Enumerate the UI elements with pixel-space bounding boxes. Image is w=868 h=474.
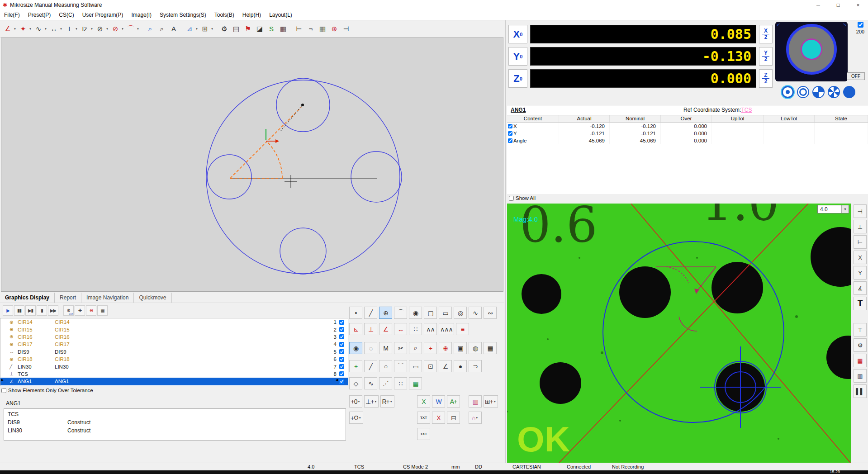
relation-profile-button[interactable]: ∧∧ — [424, 323, 437, 335]
chevron-down-icon[interactable]: ▼ — [357, 400, 360, 403]
light-mode-center-button[interactable] — [782, 86, 794, 98]
construct-line-button[interactable]: ╱ — [364, 360, 377, 372]
construct-matrix-button[interactable]: ▦ — [409, 377, 422, 389]
chevron-down-icon[interactable]: ▼ — [121, 28, 124, 30]
pause-button-button[interactable]: ▮▮ — [14, 305, 24, 316]
relation-perpendicular-button[interactable]: ⊥ — [364, 323, 377, 335]
chevron-down-icon[interactable]: ▼ — [210, 28, 214, 30]
cs-rotate-button[interactable]: R+▼ — [380, 395, 394, 408]
cs-zero-button[interactable]: +0▼ — [349, 395, 362, 408]
y-axis-zero-button[interactable]: Y0 — [508, 47, 527, 66]
construct-ring-button[interactable]: ● — [454, 360, 467, 372]
chevron-down-icon[interactable]: ▼ — [13, 28, 17, 30]
cs-align-button[interactable]: ⊥+▼ — [364, 395, 379, 408]
element-row-cir18[interactable]: ⊕CIR18CIR186 — [0, 356, 348, 363]
zoom-in-tool-button[interactable]: ⌕ — [144, 23, 156, 35]
play-button-button[interactable]: ▶ — [3, 305, 13, 316]
chevron-down-icon[interactable]: ▼ — [374, 400, 377, 403]
light-center-disc[interactable] — [801, 38, 822, 60]
x-axis-zero-button[interactable]: X0 — [508, 25, 527, 43]
construct-arc-button[interactable]: ⌒ — [394, 360, 407, 372]
iz-tool-button[interactable]: Iz▼ — [79, 23, 94, 35]
step-button-button[interactable]: ▶▮ — [25, 305, 36, 316]
chevron-down-icon[interactable]: ▼ — [841, 205, 849, 213]
dim-chain-tool-button[interactable]: ¬ — [305, 23, 317, 35]
menu-preset[interactable]: Preset(P) — [24, 10, 55, 20]
tab-image-navigation[interactable]: Image Navigation — [81, 293, 134, 303]
stop-button-button[interactable]: ▮ — [37, 305, 47, 316]
construct-symmetry-button[interactable]: ◇ — [349, 377, 362, 389]
chart-histogram-button[interactable]: ⌂▼ — [469, 412, 482, 424]
calc-button-button[interactable]: ▦ — [97, 305, 108, 316]
element-visible-checkbox[interactable] — [339, 342, 344, 347]
column-header-uptol[interactable]: UpTol — [712, 115, 764, 122]
chevron-down-icon[interactable]: ▼ — [493, 400, 497, 403]
column-header-over[interactable]: Over — [661, 115, 712, 122]
light-mode-full-button[interactable] — [843, 86, 855, 98]
export-grid-button[interactable]: ⊞+▼ — [484, 395, 498, 408]
measure-slot-button[interactable]: ▭ — [439, 307, 452, 319]
chevron-down-icon[interactable]: ▼ — [105, 28, 109, 30]
element-row-cir14[interactable]: ⊕CIR14CIR141 — [0, 318, 348, 326]
light-ring-widget[interactable]: ◜ ◝ — [775, 22, 848, 81]
chevron-down-icon[interactable]: ▼ — [75, 28, 78, 30]
element-visible-checkbox[interactable] — [339, 327, 344, 332]
probe-zoom-button[interactable]: ⌕ — [409, 342, 422, 354]
element-visible-checkbox[interactable] — [339, 357, 344, 362]
measured-circles[interactable] — [206, 78, 402, 274]
probe-grid-button[interactable]: ▦ — [484, 342, 497, 354]
chevron-down-icon[interactable]: ▼ — [389, 400, 393, 403]
probe-cross-button[interactable]: + — [424, 342, 437, 354]
column-header-lowtol[interactable]: LowTol — [764, 115, 815, 122]
point-tool-button[interactable]: ✦▼ — [17, 23, 33, 35]
probe-target-button[interactable]: ⊕ — [439, 342, 452, 354]
construct-rect-button[interactable]: ⊡ — [424, 360, 437, 372]
export-txt-2-button[interactable]: TXT — [417, 428, 430, 440]
measure-line-button[interactable]: ╱ — [364, 307, 377, 319]
tolerance-filter[interactable]: Show Elements Only Over Tolerance — [1, 388, 93, 393]
chevron-down-icon[interactable]: ▼ — [136, 28, 140, 30]
menu-tools[interactable]: Tools(B) — [210, 10, 238, 20]
relation-points-button[interactable]: ∷ — [409, 323, 422, 335]
export-dxf-button[interactable]: ⊟ — [447, 412, 460, 424]
element-row-cir15[interactable]: ⊕CIR15CIR152 — [0, 326, 348, 333]
construct-profile-button[interactable]: ⊃ — [469, 360, 482, 372]
dim-horizontal-tool-button[interactable]: ⊣ — [340, 23, 352, 35]
chevron-down-icon[interactable]: ▼ — [59, 28, 63, 30]
light-mode-segment-button[interactable] — [828, 86, 840, 98]
tolerance-filter-checkbox[interactable] — [1, 388, 6, 393]
measure-curve-button[interactable]: ∿ — [469, 307, 482, 319]
measure-ellipse-button[interactable]: ◉ — [409, 307, 422, 319]
rt-dim-top-button[interactable]: ⊤ — [854, 323, 867, 337]
construct-points-button[interactable]: ⋰ — [379, 377, 392, 389]
measure-point-button[interactable]: • — [349, 307, 362, 319]
z-axis-zero-button[interactable]: Z0 — [508, 69, 527, 88]
probe-path-button-button[interactable]: ✚ — [75, 305, 85, 316]
element-row-cir16[interactable]: ⊕CIR16CIR163 — [0, 333, 348, 341]
export-excel-button[interactable]: X — [417, 395, 430, 408]
construct-angle-button[interactable]: ∠ — [439, 360, 452, 372]
light-ring-disc[interactable] — [786, 24, 837, 75]
measure-arc-button[interactable]: ⌒ — [394, 307, 407, 319]
measure-contour-button[interactable]: ∾ — [484, 307, 497, 319]
construct-circle-button[interactable]: ○ — [379, 360, 392, 372]
rt-angle-measure-button[interactable]: ∡ — [854, 281, 867, 295]
element-row-ang1[interactable]: ∠ANG1ANG1 — [0, 378, 348, 385]
probe-image-button[interactable]: ▣ — [454, 342, 467, 354]
camera-zoom-select[interactable]: 4.0 ▼ — [817, 205, 849, 213]
menu-layout[interactable]: Layout(L) — [265, 10, 296, 20]
measurement-row-x[interactable]: X-0.120-0.1200.000 — [507, 123, 868, 130]
rt-y-measure-button[interactable]: Y — [854, 266, 867, 280]
light-enable-checkbox[interactable] — [858, 22, 863, 28]
circle-tool-button[interactable]: ⊘▼ — [94, 23, 109, 35]
construct-pattern-button[interactable]: ∷ — [394, 377, 407, 389]
rt-text-annotate-button[interactable]: T — [854, 297, 867, 310]
flag-tool-button[interactable]: ⚑ — [242, 23, 254, 35]
element-visible-checkbox[interactable] — [339, 371, 344, 376]
arc-tool-button[interactable]: ⌒▼ — [125, 23, 140, 35]
maximize-button[interactable]: □ — [828, 0, 848, 10]
menu-image[interactable]: Image(I) — [127, 10, 156, 20]
measure-circle-button[interactable]: ⊕ — [379, 307, 392, 319]
measure-ring-button[interactable]: ◎ — [454, 307, 467, 319]
show-all[interactable]: Show All — [509, 195, 536, 201]
